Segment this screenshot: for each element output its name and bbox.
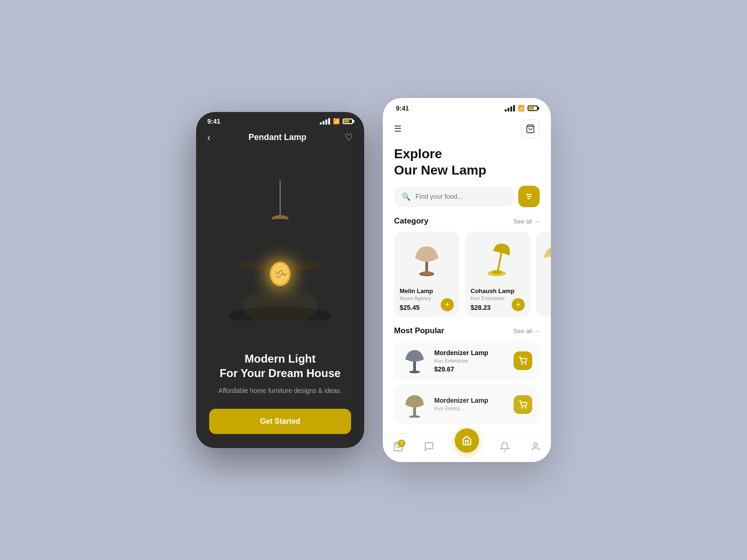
phones-container: 9:41 📶 ‹ Pendant Lamp ♡ <box>196 98 551 462</box>
popular-item-1-cart-button[interactable] <box>514 351 532 370</box>
get-started-button[interactable]: Get Started <box>209 409 351 434</box>
cohaush-add-button[interactable]: + <box>512 298 525 311</box>
popular-item-2-info: Mordenizer Lamp Kun Enterp... <box>434 397 507 413</box>
popular-item-2[interactable]: Mordenizer Lamp Kun Enterp... <box>394 385 540 424</box>
dark-headline: Modern Light For Your Dream House <box>209 351 351 380</box>
dark-status-icons: 📶 <box>320 118 353 125</box>
melin-add-button[interactable]: + <box>441 298 454 311</box>
light-signal-icon <box>505 105 515 112</box>
back-button[interactable]: ‹ <box>207 132 211 143</box>
hero-title: Explore Our New Lamp <box>383 142 551 186</box>
category-see-all[interactable]: See all → <box>514 218 540 225</box>
popular-item-2-image <box>402 392 428 418</box>
nav-bag[interactable]: 7 <box>393 441 403 452</box>
popular-item-1-price: $29.67 <box>434 365 507 373</box>
category-card-melin[interactable]: Melin Lamp Azure Agency $25.45 + <box>394 231 459 317</box>
light-battery-icon <box>528 105 538 111</box>
popular-see-all[interactable]: See all → <box>514 328 540 335</box>
cohaush-lamp-name: Cohaush Lamp <box>471 287 525 294</box>
search-input[interactable] <box>416 193 506 200</box>
category-card-partial[interactable] <box>536 231 551 317</box>
svg-point-25 <box>409 415 420 418</box>
svg-point-26 <box>521 407 522 408</box>
filter-button[interactable] <box>518 186 540 207</box>
home-nav-button[interactable] <box>455 428 479 453</box>
pendant-lamp-image <box>219 181 341 311</box>
popular-item-1-name: Mordenizer Lamp <box>434 349 507 357</box>
lamp-image-area <box>196 150 364 342</box>
menu-icon[interactable]: ☰ <box>394 124 402 134</box>
partial-lamp-image <box>542 237 551 284</box>
svg-rect-24 <box>413 407 416 416</box>
light-status-bar: 9:41 📶 <box>383 98 551 115</box>
svg-point-22 <box>521 364 522 364</box>
light-phone: 9:41 📶 ☰ <box>383 98 551 462</box>
svg-point-13 <box>528 198 529 199</box>
dark-nav-title: Pendant Lamp <box>248 133 306 142</box>
popular-item-1-brand: Kun Enterprise <box>434 358 507 364</box>
popular-item-1-image <box>402 348 428 374</box>
nav-profile[interactable] <box>530 441 541 452</box>
svg-point-19 <box>491 270 502 274</box>
category-section-header: Category See all → <box>383 215 551 231</box>
svg-point-11 <box>527 194 529 195</box>
popular-title: Most Popular <box>394 326 444 336</box>
svg-rect-20 <box>413 362 416 371</box>
cohaush-lamp-image <box>471 237 525 284</box>
search-icon: 🔍 <box>402 192 411 201</box>
svg-point-29 <box>534 443 537 446</box>
dark-subtitle: Affordable home furniture designs & idea… <box>209 386 351 396</box>
popular-section-header: Most Popular See all → <box>383 324 551 341</box>
cart-icon-button[interactable] <box>521 119 540 138</box>
light-wifi-icon: 📶 <box>518 105 525 112</box>
dark-phone: 9:41 📶 ‹ Pendant Lamp ♡ <box>196 112 364 448</box>
popular-item-2-brand: Kun Enterp... <box>434 406 507 411</box>
search-row: 🔍 <box>383 186 551 215</box>
search-box[interactable]: 🔍 <box>394 187 514 207</box>
popular-item-2-name: Mordenizer Lamp <box>434 397 507 404</box>
favorite-button[interactable]: ♡ <box>345 132 353 143</box>
popular-item-1-info: Mordenizer Lamp Kun Enterprise $29.67 <box>434 349 507 373</box>
svg-point-12 <box>530 196 531 197</box>
dark-status-bar: 9:41 📶 <box>196 112 364 128</box>
popular-item-1[interactable]: Mordenizer Lamp Kun Enterprise $29.67 <box>394 341 540 380</box>
dark-top-nav: ‹ Pendant Lamp ♡ <box>196 128 364 150</box>
dark-time: 9:41 <box>207 118 220 125</box>
category-scroll: Melin Lamp Azure Agency $25.45 + <box>383 231 551 324</box>
svg-point-27 <box>525 407 526 408</box>
svg-point-23 <box>525 364 526 364</box>
popular-item-2-cart-button[interactable] <box>514 395 532 414</box>
melin-lamp-image <box>400 237 454 284</box>
svg-line-17 <box>498 252 501 272</box>
bottom-nav: 7 <box>383 434 551 462</box>
svg-point-21 <box>409 371 420 373</box>
battery-icon <box>343 119 353 124</box>
nav-badge: 7 <box>398 440 405 447</box>
light-time: 9:41 <box>396 105 409 112</box>
svg-point-16 <box>422 271 431 275</box>
popular-list: Mordenizer Lamp Kun Enterprise $29.67 <box>383 341 551 424</box>
nav-chat[interactable] <box>424 441 434 452</box>
nav-home[interactable] <box>455 441 479 453</box>
svg-point-6 <box>243 288 317 321</box>
melin-lamp-name: Melin Lamp <box>400 287 454 294</box>
dark-bottom-section: Modern Light For Your Dream House Afford… <box>196 342 364 448</box>
category-card-cohaush[interactable]: Cohaush Lamp Kun Enterprise $28.23 + <box>465 231 530 317</box>
light-header: ☰ <box>383 115 551 142</box>
light-status-icons: 📶 <box>505 105 538 112</box>
signal-icon <box>320 118 330 125</box>
wifi-icon: 📶 <box>333 118 340 125</box>
category-title: Category <box>394 217 429 226</box>
nav-bell[interactable] <box>500 441 510 452</box>
